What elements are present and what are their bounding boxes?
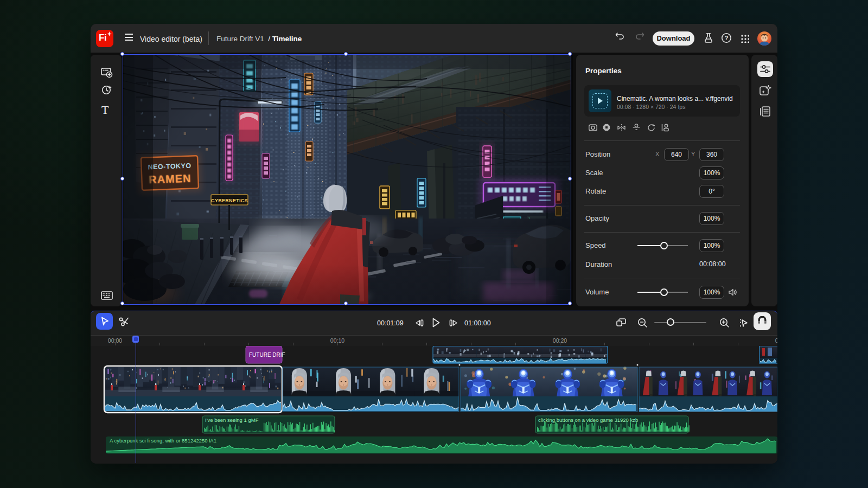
svg-text:FUTURE DRIF: FUTURE DRIF [249, 352, 285, 358]
svg-text:A cyberpunk sci fi song, with: A cyberpunk sci fi song, with or 8512422… [110, 438, 216, 444]
svg-text:?: ? [725, 35, 729, 41]
svg-text:I've been seeing 1 gMF: I've been seeing 1 gMF [205, 417, 259, 423]
svg-text:clicking buttons on a video ga: clicking buttons on a video game 31920 k… [538, 417, 638, 423]
